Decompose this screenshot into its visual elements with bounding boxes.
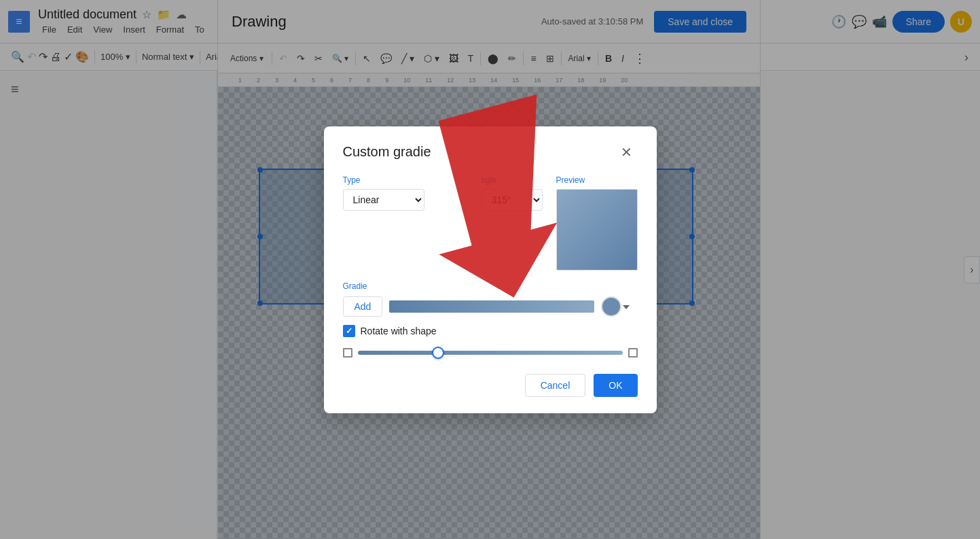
preview-box — [556, 189, 638, 271]
slider-left-handle[interactable] — [343, 348, 352, 358]
type-label: Type — [343, 175, 468, 185]
cancel-button[interactable]: Cancel — [525, 374, 586, 397]
rotate-checkbox[interactable]: ✓ — [343, 325, 355, 337]
angle-select[interactable]: 315° 0° 45° 90° — [482, 189, 543, 211]
modal-title: Custom gradie — [343, 144, 431, 160]
custom-gradient-modal: Custom gradie ✕ Type Linear Radial ngle … — [324, 126, 657, 413]
slider-thumb[interactable] — [432, 347, 444, 359]
gradient-label: Gradie — [343, 281, 638, 291]
add-gradient-button[interactable]: Add — [343, 296, 383, 317]
modal-close-button[interactable]: ✕ — [615, 143, 638, 162]
preview-label: Preview — [556, 175, 638, 185]
color-swatch[interactable] — [601, 296, 621, 317]
angle-label: ngle — [482, 175, 543, 185]
gradient-slider[interactable] — [358, 351, 623, 355]
checkmark-icon: ✓ — [346, 326, 352, 336]
rotate-label: Rotate with shape — [361, 326, 437, 336]
type-select[interactable]: Linear Radial — [343, 189, 424, 211]
ok-button[interactable]: OK — [594, 374, 637, 397]
slider-right-handle[interactable] — [628, 348, 638, 358]
